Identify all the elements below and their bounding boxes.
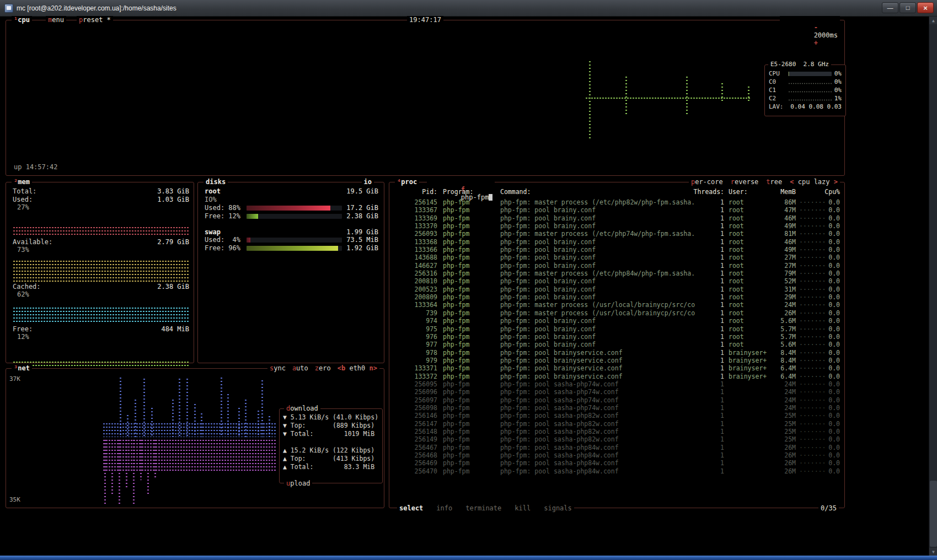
reverse-toggle[interactable]: reverse — [731, 178, 759, 186]
preset-button[interactable]: preset * — [77, 16, 113, 24]
process-threads: 1 — [691, 277, 724, 285]
kill-action[interactable]: kill — [515, 504, 531, 512]
process-row[interactable]: 133367 php-fpm php-fpm: pool brainy.conf… — [390, 206, 844, 214]
minimize-button[interactable]: — — [882, 2, 898, 13]
process-pid: 200523 — [394, 286, 437, 293]
process-command: php-fpm: pool brainy.conf — [492, 214, 691, 222]
process-row[interactable]: 256148 php-fpm php-fpm: pool sasha-php82… — [390, 428, 844, 435]
scrollbar-thumb[interactable] — [930, 481, 937, 547]
process-mem: 52M — [768, 277, 796, 285]
process-threads: 1 — [691, 270, 724, 277]
process-row[interactable]: 200809 php-fpm php-fpm: pool brainy.conf… — [390, 293, 844, 301]
process-threads: 1 — [691, 357, 724, 364]
process-cpu: 0.0 — [821, 309, 840, 317]
process-row[interactable]: 133366 php-fpm php-fpm: pool brainy.conf… — [390, 246, 844, 254]
process-row[interactable]: 256098 php-fpm php-fpm: pool sasha-php74… — [390, 404, 844, 412]
process-command: php-fpm: pool sasha-php84w.conf — [492, 467, 691, 475]
terminate-action[interactable]: terminate — [465, 504, 501, 512]
process-row[interactable]: 256095 php-fpm php-fpm: pool sasha-php74… — [390, 380, 844, 388]
process-row[interactable]: 256470 php-fpm php-fpm: pool sasha-php84… — [390, 467, 844, 475]
process-cpu: 0.0 — [821, 214, 840, 222]
process-row[interactable]: 133368 php-fpm php-fpm: pool brainy.conf… — [390, 238, 844, 246]
process-row[interactable]: 256146 php-fpm php-fpm: pool sasha-php82… — [390, 412, 844, 419]
close-button[interactable]: × — [917, 2, 934, 13]
process-row[interactable]: 200523 php-fpm php-fpm: pool brainy.conf… — [390, 286, 844, 293]
process-row[interactable]: 256093 php-fpm php-fpm: master process (… — [390, 230, 844, 238]
process-row[interactable]: 133364 php-fpm php-fpm: master process (… — [390, 301, 844, 309]
process-command: php-fpm: pool sasha-php84w.conf — [492, 459, 691, 467]
process-row[interactable]: 256149 php-fpm php-fpm: pool sasha-php82… — [390, 435, 844, 443]
iface-prev-button[interactable]: <b — [338, 364, 345, 372]
process-cpu: 0.0 — [821, 277, 840, 285]
process-row[interactable]: 977 php-fpm php-fpm: pool brainy.conf 1 … — [390, 341, 844, 348]
process-row[interactable]: 256467 php-fpm php-fpm: pool sasha-php84… — [390, 444, 844, 451]
core-row: C00% — [769, 78, 842, 86]
process-row[interactable]: 979 php-fpm php-fpm: pool brainyservice.… — [390, 357, 844, 364]
process-mem-graph: ······· — [796, 246, 821, 254]
per-core-toggle[interactable]: per-core — [691, 178, 723, 186]
process-row[interactable]: 200810 php-fpm php-fpm: pool brainy.conf… — [390, 277, 844, 285]
process-row[interactable]: 256469 php-fpm php-fpm: pool sasha-php84… — [390, 459, 844, 467]
process-pid: 977 — [394, 341, 437, 348]
process-mem: 47M — [768, 206, 796, 214]
cpu-model-label: E5-2680 2.8 GHz — [768, 61, 831, 68]
process-row[interactable]: 978 php-fpm php-fpm: pool brainyservice.… — [390, 349, 844, 357]
process-row[interactable]: 133370 php-fpm php-fpm: pool brainy.conf… — [390, 222, 844, 230]
scroll-down-arrow-icon[interactable]: ▼ — [929, 548, 937, 556]
maximize-button[interactable]: □ — [899, 2, 916, 13]
info-action[interactable]: info — [436, 504, 452, 512]
scroll-up-arrow-icon[interactable]: ▲ — [929, 17, 937, 24]
process-user: brainyser+ — [724, 357, 768, 364]
mem-available-row: Available:2.79 GiB — [13, 238, 189, 246]
process-cpu: 0.0 — [821, 420, 840, 428]
scrollbar[interactable]: ▲ ▼ — [929, 17, 937, 556]
signals-action[interactable]: signals — [544, 504, 572, 512]
process-pid: 256149 — [394, 435, 437, 443]
core-row: C10% — [769, 86, 842, 94]
process-row[interactable]: 256097 php-fpm php-fpm: pool sasha-php74… — [390, 396, 844, 404]
process-mem: 24M — [768, 301, 796, 309]
process-mem: 26M — [768, 309, 796, 317]
process-row[interactable]: 133371 php-fpm php-fpm: pool brainyservi… — [390, 364, 844, 372]
process-row[interactable]: 256096 php-fpm php-fpm: pool sasha-php74… — [390, 388, 844, 396]
net-auto-toggle[interactable]: auto — [292, 364, 308, 372]
process-row[interactable]: 143688 php-fpm php-fpm: pool brainy.conf… — [390, 254, 844, 261]
process-program: php-fpm — [437, 373, 492, 380]
sort-prev-button[interactable]: < — [790, 178, 794, 186]
process-threads: 1 — [691, 309, 724, 317]
process-row[interactable]: 974 php-fpm php-fpm: pool brainy.conf 1 … — [390, 317, 844, 325]
process-threads: 1 — [691, 373, 724, 380]
net-zero-toggle[interactable]: zero — [315, 364, 331, 372]
process-row[interactable]: 133372 php-fpm php-fpm: pool brainyservi… — [390, 373, 844, 380]
select-action[interactable]: select — [399, 504, 423, 512]
process-row[interactable]: 975 php-fpm php-fpm: pool brainy.conf 1 … — [390, 325, 844, 333]
process-row[interactable]: 256145 php-fpm php-fpm: master process (… — [390, 198, 844, 206]
process-cpu: 0.0 — [821, 341, 840, 348]
menu-button[interactable]: menu — [46, 16, 66, 24]
process-user: root — [724, 309, 768, 317]
disk-root-io: IO% — [205, 196, 378, 204]
process-row[interactable]: 256468 php-fpm php-fpm: pool sasha-php84… — [390, 451, 844, 459]
process-row[interactable]: 256316 php-fpm php-fpm: master process (… — [390, 270, 844, 277]
titlebar[interactable]: mc [root@a202.itdeveloper.com.ua]:/home/… — [0, 0, 937, 17]
process-mem: 27M — [768, 254, 796, 261]
process-row[interactable]: 739 php-fpm php-fpm: master process (/us… — [390, 309, 844, 317]
process-row[interactable]: 256147 php-fpm php-fpm: pool sasha-php82… — [390, 420, 844, 428]
net-sync-toggle[interactable]: sync — [270, 364, 286, 372]
window-icon[interactable] — [4, 4, 13, 13]
interval-increase-button[interactable]: + — [814, 39, 818, 47]
interval-decrease-button[interactable]: - — [814, 24, 818, 31]
sort-next-button[interactable]: > — [834, 178, 838, 186]
process-row[interactable]: 976 php-fpm php-fpm: pool brainy.conf 1 … — [390, 333, 844, 341]
mem-free-row: Free:484 MiB — [13, 325, 189, 333]
process-program: php-fpm — [437, 412, 492, 419]
process-row[interactable]: 146627 php-fpm php-fpm: pool brainy.conf… — [390, 262, 844, 270]
iface-name: eth0 — [349, 364, 365, 372]
disks-io-title[interactable]: io — [362, 178, 374, 186]
process-user: root — [724, 277, 768, 285]
process-mem: 29M — [768, 293, 796, 301]
process-mem: 49M — [768, 222, 796, 230]
process-row[interactable]: 133369 php-fpm php-fpm: pool brainy.conf… — [390, 214, 844, 222]
tree-toggle[interactable]: tree — [766, 178, 782, 186]
iface-next-button[interactable]: n> — [370, 364, 377, 372]
